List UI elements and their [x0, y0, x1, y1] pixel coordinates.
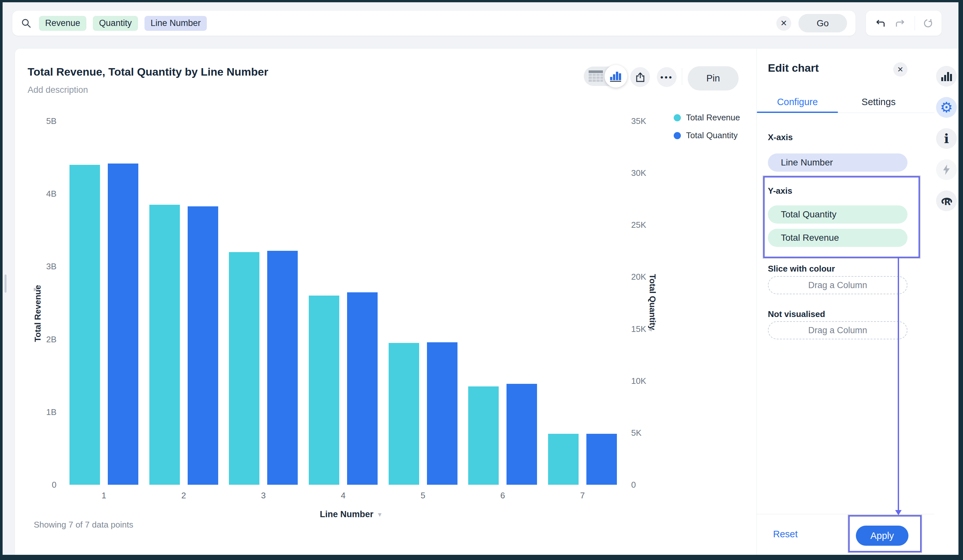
bar-quantity-7[interactable]	[586, 434, 617, 485]
bar-quantity-2[interactable]	[188, 206, 218, 485]
bar-chart-icon	[940, 71, 952, 82]
svg-text:R: R	[944, 197, 951, 206]
triangle-down-icon: ▾	[378, 510, 381, 519]
x-axis-tick-5: 5	[413, 490, 433, 501]
legend-label: Total Revenue	[686, 113, 740, 123]
x-axis-section-label: X-axis	[768, 133, 793, 142]
y-axis-pill-total-quantity[interactable]: Total Quantity	[768, 206, 908, 223]
chart-title: Total Revenue, Total Quantity by Line Nu…	[28, 66, 268, 78]
chart-legend: Total RevenueTotal Quantity	[674, 113, 740, 141]
x-axis-tick-6: 6	[493, 490, 512, 501]
more-options-button[interactable]: •••	[657, 67, 677, 87]
bar-revenue-5[interactable]	[389, 343, 419, 485]
left-axis-tick-4b: 4B	[24, 189, 57, 199]
not-visualised-drop-zone[interactable]: Drag a Column	[768, 321, 908, 339]
legend-label: Total Quantity	[686, 130, 738, 141]
divider	[682, 68, 682, 85]
clear-search-button[interactable]: ✕	[776, 16, 791, 31]
triangle-right-icon: ▸	[34, 285, 37, 293]
bar-revenue-6[interactable]	[468, 387, 499, 485]
screenshot-frame: RevenueQuantityLine Number ✕ Go Total Re…	[0, 0, 963, 560]
annotation-arrowhead	[895, 510, 901, 515]
search-chip-revenue[interactable]: Revenue	[39, 16, 86, 31]
legend-item-total-quantity[interactable]: Total Quantity	[674, 130, 740, 141]
footer-divider	[757, 514, 935, 514]
bar-revenue-2[interactable]	[149, 205, 180, 485]
right-axis-tick-30k: 30K	[631, 168, 646, 178]
legend-item-total-revenue[interactable]: Total Revenue	[674, 113, 740, 123]
left-axis-tick-3b: 3B	[24, 262, 57, 272]
pin-button[interactable]: Pin	[688, 66, 739, 91]
redo-button[interactable]	[895, 19, 906, 28]
go-button[interactable]: Go	[798, 14, 847, 32]
not-visualised-section-label: Not visualised	[768, 309, 825, 319]
panel-resize-handle[interactable]	[5, 275, 6, 293]
right-axis-tick-20k: 20K	[631, 272, 646, 282]
actions-tool-button[interactable]	[936, 159, 957, 180]
ellipsis-icon: •••	[660, 76, 673, 79]
info-tool-button[interactable]: i	[936, 128, 957, 149]
search-chip-quantity[interactable]: Quantity	[93, 16, 138, 31]
right-axis-tick-25k: 25K	[631, 220, 646, 230]
x-axis-tick-4: 4	[334, 490, 353, 501]
panel-tabs: Configure Settings	[757, 91, 935, 113]
close-icon: ✕	[781, 18, 787, 28]
legend-dot	[674, 114, 681, 121]
y-axis-pill-total-revenue[interactable]: Total Revenue	[768, 229, 908, 247]
left-axis-tick-2b: 2B	[24, 335, 57, 345]
app-window: RevenueQuantityLine Number ✕ Go Total Re…	[3, 2, 958, 555]
bar-quantity-5[interactable]	[427, 342, 457, 485]
bar-chart-view-icon	[610, 70, 623, 82]
bar-revenue-7[interactable]	[548, 434, 579, 485]
reset-button[interactable]: Reset	[773, 529, 798, 539]
edit-chart-panel: Edit chart ✕ Configure Settings X-axis L…	[757, 49, 934, 555]
bar-quantity-1[interactable]	[108, 163, 138, 485]
right-icon-strip: ⚙ i R	[934, 49, 958, 555]
x-axis-tick-2: 2	[174, 490, 193, 501]
annotation-connector-line	[898, 258, 899, 511]
settings-tool-button[interactable]: ⚙	[936, 97, 957, 118]
bar-revenue-3[interactable]	[229, 252, 259, 485]
share-button[interactable]	[630, 67, 650, 87]
x-axis-tick-7: 7	[573, 490, 592, 501]
right-axis-tick-10k: 10K	[631, 376, 646, 386]
bar-quantity-3[interactable]	[267, 251, 298, 485]
bar-quantity-6[interactable]	[506, 384, 537, 485]
right-axis-tick-35k: 35K	[631, 116, 646, 126]
apply-button[interactable]: Apply	[856, 526, 908, 546]
close-icon: ✕	[897, 65, 903, 74]
r-tool-button[interactable]: R	[936, 191, 957, 211]
bar-quantity-4[interactable]	[347, 292, 378, 485]
table-view-icon[interactable]	[588, 70, 603, 84]
tab-settings[interactable]: Settings	[838, 91, 919, 113]
search-chip-list: RevenueQuantityLine Number	[39, 16, 776, 31]
view-toggle[interactable]	[584, 66, 626, 86]
x-axis-pill-line-number[interactable]: Line Number	[768, 154, 908, 172]
chart-area: Total Revenue, Total Quantity by Line Nu…	[15, 49, 757, 555]
left-axis-tick-0: 0	[24, 480, 57, 490]
legend-dot	[674, 132, 681, 139]
search-chip-line-number[interactable]: Line Number	[144, 16, 207, 31]
bar-revenue-4[interactable]	[309, 296, 339, 485]
undo-button[interactable]	[874, 19, 886, 28]
right-axis-tick-15k: 15K	[631, 324, 646, 334]
chart-description-placeholder[interactable]: Add description	[28, 85, 88, 95]
y-axis-section-label: Y-axis	[768, 186, 792, 196]
chart-tool-button[interactable]	[936, 66, 957, 87]
formula-search-bar[interactable]: RevenueQuantityLine Number ✕ Go	[12, 11, 856, 36]
panel-title: Edit chart	[768, 62, 819, 74]
x-axis-title-row[interactable]: Line Number ▾	[286, 509, 416, 520]
close-panel-button[interactable]: ✕	[893, 62, 908, 76]
tab-configure[interactable]: Configure	[757, 91, 838, 113]
lightning-icon	[942, 164, 951, 175]
active-tab-underline	[757, 112, 838, 113]
x-axis-tick-1: 1	[94, 490, 113, 501]
triangle-left-icon: ◂	[648, 325, 652, 333]
left-axis-tick-1b: 1B	[24, 407, 57, 417]
bar-chart-view-selected[interactable]	[605, 65, 627, 87]
right-axis-tick-5k: 5K	[631, 428, 642, 438]
bar-revenue-1[interactable]	[70, 165, 100, 485]
refresh-icon[interactable]	[923, 18, 933, 28]
slice-drop-zone[interactable]: Drag a Column	[768, 276, 908, 294]
gear-icon: ⚙	[940, 100, 953, 115]
